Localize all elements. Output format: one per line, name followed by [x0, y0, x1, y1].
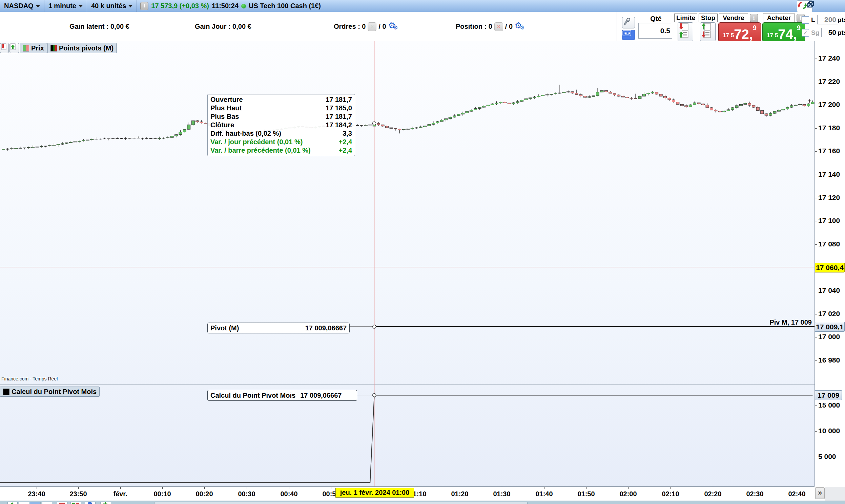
sell-info-icon[interactable]: i: [750, 14, 758, 22]
price-tick: [815, 360, 817, 361]
price-tick-label: 17 020: [818, 310, 840, 318]
position-pending: / 0: [505, 23, 513, 31]
limit-order-button[interactable]: [678, 22, 693, 41]
buy-button[interactable]: 17 5 74, 9: [762, 22, 805, 42]
price-tick-label: 17 000: [818, 333, 840, 341]
sell-order-shortcut-button[interactable]: [0, 43, 9, 53]
time-tick: [628, 487, 628, 489]
gain-jour: Gain Jour : 0,00 €: [195, 12, 252, 41]
time-tick: [502, 487, 502, 489]
buy-price-sup: 9: [797, 24, 800, 32]
price-tick-label: 17 160: [818, 147, 840, 155]
time-tick-label: 01:50: [577, 490, 594, 498]
units-dropdown[interactable]: 40 k unités: [87, 0, 137, 12]
time-tick-label: 01:30: [493, 490, 510, 498]
buy-order-shortcut-button[interactable]: [10, 43, 19, 53]
title-bar: NASDAQ 1 minute 40 k unités i 17 573,9 (…: [0, 0, 845, 12]
qty-input[interactable]: [638, 23, 672, 39]
tooltip-value: 17 184,2: [326, 121, 352, 129]
sell-button[interactable]: 17 5 72, 9: [718, 22, 761, 42]
sell-label: Vendre: [719, 14, 748, 22]
loss-points-input[interactable]: [817, 15, 838, 24]
keyboard-button[interactable]: [622, 30, 635, 40]
buy-header: Acheter i: [763, 14, 805, 22]
toolbar-button[interactable]: [7, 502, 18, 504]
price-tick-label: 17 220: [818, 77, 840, 86]
buy-price-prefix: 17 5: [767, 32, 778, 39]
gain-jour-label: Gain Jour : 0,00 €: [195, 23, 252, 31]
indicator-value: 17 009,06667: [300, 392, 342, 399]
tooltip-label: Plus Bas: [210, 112, 239, 121]
toolbar-button[interactable]: [100, 502, 111, 504]
order-tools-button[interactable]: [622, 17, 635, 29]
toolbar-button[interactable]: [19, 502, 29, 504]
market-open-icon: [241, 4, 246, 8]
tooltip-value: 17 185,0: [326, 104, 352, 112]
limit-order-icon: [678, 23, 689, 38]
timeframe-dropdown[interactable]: 1 minute: [45, 0, 87, 12]
buy-label: Acheter: [763, 14, 795, 22]
chevron-down-icon: [36, 5, 40, 7]
price-tick: [815, 175, 817, 175]
toolbar-button[interactable]: [57, 502, 68, 504]
feed-attribution: Finance.com - Temps Réel: [1, 376, 57, 381]
indicator-legend-chip[interactable]: Calcul du Point Pivot Mois: [0, 386, 100, 397]
loss-checkbox-label: L: [811, 16, 815, 24]
close-button[interactable]: [834, 1, 843, 9]
close-position-icon[interactable]: ×: [494, 22, 503, 31]
cancel-orders-icon[interactable]: ×: [368, 22, 376, 31]
symbol-label: NASDAQ: [4, 2, 34, 10]
pane-divider[interactable]: [0, 384, 814, 384]
pivots-legend-chip[interactable]: Points pivots (M): [48, 43, 117, 53]
tooltip-label: Clôture: [210, 121, 234, 129]
price-tick-label: 10 000: [818, 427, 840, 435]
time-tick: [544, 487, 545, 489]
pivot-axis-label: 17 009,1: [815, 322, 845, 332]
price-tick-label: 17 080: [818, 240, 840, 248]
toolbar-button[interactable]: [70, 502, 81, 504]
toolbar-button[interactable]: [42, 502, 52, 504]
time-tick-label: 00:40: [280, 490, 297, 498]
pivot-label-box[interactable]: Pivot (M) 17 009,06667: [207, 323, 350, 334]
orders-pending: / 0: [378, 23, 386, 31]
scroll-right-button[interactable]: »: [815, 487, 825, 499]
quote-price: 17 573,9 (+0,03 %): [151, 2, 209, 10]
pivot-line-label: Piv M, 17 009: [745, 319, 812, 326]
symbol-dropdown[interactable]: NASDAQ: [0, 0, 45, 12]
wrench-icon: [622, 17, 631, 25]
sg-checkbox[interactable]: ✓: [801, 29, 809, 37]
time-tick: [713, 487, 713, 489]
toolbar-scrollbar[interactable]: [154, 502, 528, 504]
price-tick: [815, 198, 817, 198]
info-icon[interactable]: i: [140, 2, 149, 10]
time-tick: [247, 487, 247, 489]
chart-area[interactable]: [0, 41, 814, 486]
restore-button[interactable]: [821, 1, 829, 9]
orders-settings-icon[interactable]: ⚙⚙: [388, 22, 400, 32]
price-legend-chip[interactable]: Prix: [20, 43, 47, 53]
time-tick: [418, 487, 418, 489]
window-controls: [807, 1, 843, 9]
time-tick: [460, 487, 460, 489]
tooltip-label: Var. / barre précédente (0,01 %): [210, 146, 311, 155]
chevron-down-icon: [128, 5, 133, 7]
position-settings-icon[interactable]: ⚙⚙: [515, 22, 526, 32]
price-tick: [815, 291, 817, 291]
tooltip-value: +2,4: [339, 138, 352, 146]
price-tick-label: 17 200: [818, 101, 840, 109]
price-tick-label: 17 240: [818, 54, 840, 62]
price-tick-label: 17 180: [818, 124, 840, 132]
price-tick: [815, 82, 817, 82]
price-tick-label: 17 040: [818, 286, 840, 294]
time-tick-label: 01:40: [535, 490, 553, 498]
time-tick: [78, 487, 79, 489]
indicator-label-box[interactable]: Calcul du Point Pivot Mois 17 009,06667: [207, 390, 357, 401]
stop-label: Stop: [699, 14, 718, 22]
stop-order-button[interactable]: [700, 22, 715, 41]
toolbar-button[interactable]: [85, 502, 96, 504]
toolbar-button-active[interactable]: [30, 502, 41, 504]
loss-checkbox[interactable]: [801, 16, 809, 24]
sg-points-input[interactable]: [821, 28, 838, 37]
time-tick-label: 23:50: [69, 490, 87, 498]
time-tick-label: 02:20: [704, 490, 721, 498]
